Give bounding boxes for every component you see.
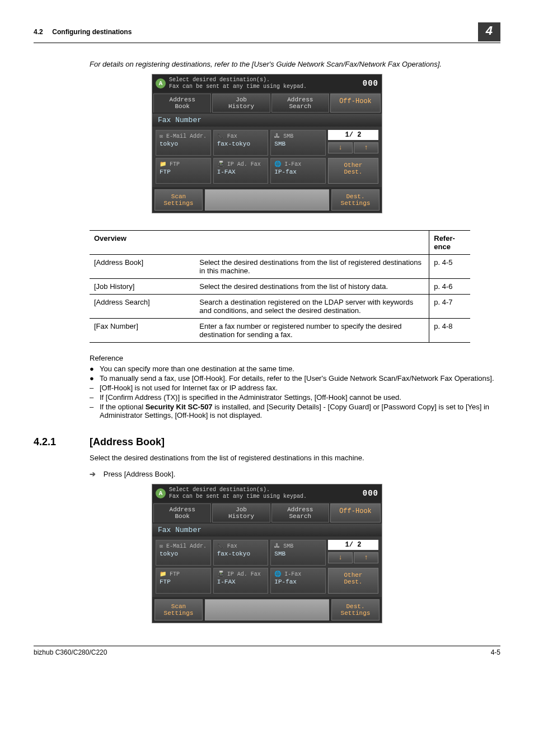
row-ref: p. 4-5	[429, 255, 470, 279]
memory-counter: 000	[363, 79, 378, 88]
page-down-button[interactable]: ↓	[328, 142, 353, 153]
row-desc: Search a destination registered on the L…	[195, 295, 429, 319]
dest-email[interactable]: ✉ E-Mail Addr.tokyo	[156, 540, 211, 566]
header-section-title: Configuring destinations	[52, 28, 132, 36]
step-row: ➔ Press [Address Book].	[90, 470, 500, 478]
list-item: To manually send a fax, use [Off-Hook]. …	[100, 374, 500, 382]
dest-smb[interactable]: 🖧 SMBSMB	[270, 540, 326, 566]
row-desc: Select the desired destinations from the…	[195, 279, 429, 295]
pager-display: 1/ 2	[328, 130, 378, 140]
dest-settings-button[interactable]: Dest. Settings	[331, 189, 380, 211]
list-item: If [Confirm Address (TX)] is specified i…	[100, 393, 500, 402]
chapter-number-badge: 4	[478, 22, 500, 41]
dest-ftp[interactable]: 📁 FTP FTP	[156, 158, 211, 184]
ss-header-line1: Select desired destination(s).	[169, 77, 307, 83]
list-item: [Off-Hook] is not used for Internet fax …	[100, 384, 500, 392]
page-up-button[interactable]: ↑	[354, 552, 378, 563]
subsection-body: Select the desired destinations from the…	[90, 454, 500, 462]
subsection-number: 4.2.1	[34, 436, 90, 448]
arrow-icon: ➔	[90, 470, 97, 478]
memory-counter: 000	[363, 489, 378, 498]
table-row: [Address Search]Search a destination reg…	[90, 295, 470, 319]
row-item: [Address Search]	[90, 295, 195, 319]
table-row: [Job History]Select the desired destinat…	[90, 279, 470, 295]
list-item: If the optional Security Kit SC-507 is i…	[100, 403, 500, 419]
fax-number-tab[interactable]: Fax Number	[152, 524, 382, 536]
header-section-number: 4.2	[34, 28, 43, 36]
tab-address-search[interactable]: Address Search	[271, 503, 329, 522]
fax-number-tab[interactable]: Fax Number	[152, 114, 382, 127]
step-text: Press [Address Book].	[104, 470, 176, 478]
th-overview: Overview	[90, 231, 429, 255]
row-ref: p. 4-7	[429, 295, 470, 319]
scan-settings-button[interactable]: Scan Settings	[154, 599, 203, 620]
page-down-button[interactable]: ↓	[328, 552, 353, 563]
dest-ifax[interactable]: 🌐 I-FaxIP-fax	[270, 568, 326, 594]
tab-job-history[interactable]: Job History	[212, 503, 270, 522]
subsection-title: [Address Book]	[90, 436, 165, 448]
device-screenshot-1: A Select desired destination(s). Fax can…	[152, 74, 382, 213]
device-screenshot-2: A Select desired destination(s). Fax can…	[152, 484, 382, 623]
row-item: [Job History]	[90, 279, 195, 295]
row-item: [Fax Number]	[90, 319, 195, 343]
dest-ifax[interactable]: 🌐 I-Fax IP-fax	[270, 158, 326, 184]
dest-email[interactable]: ✉ E-Mail Addr. tokyo	[156, 130, 211, 156]
dest-fax[interactable]: 📞 Faxfax-tokyo	[213, 540, 269, 566]
list-item: You can specify more than one destinatio…	[100, 365, 500, 373]
footer-model: bizhub C360/C280/C220	[34, 648, 107, 656]
off-hook-button[interactable]: Off-Hook	[330, 503, 381, 522]
row-item: [Address Book]	[90, 255, 195, 279]
header-section-label: 4.2 Configuring destinations	[34, 28, 132, 36]
overview-table: Overview Refer- ence [Address Book]Selec…	[90, 230, 470, 343]
status-icon: A	[156, 78, 166, 88]
dest-ip-address-fax[interactable]: 📠 IP Ad. FaxI-FAX	[213, 568, 269, 594]
tab-job-history[interactable]: Job History	[212, 94, 270, 113]
dest-ftp[interactable]: 📁 FTPFTP	[156, 568, 211, 594]
row-ref: p. 4-8	[429, 319, 470, 343]
status-icon: A	[156, 488, 166, 498]
footer-page: 4-5	[491, 648, 500, 656]
off-hook-button[interactable]: Off-Hook	[330, 94, 381, 113]
scan-settings-button[interactable]: Scan Settings	[154, 189, 203, 211]
row-desc: Select the desired destinations from the…	[195, 255, 429, 279]
row-desc: Enter a fax number or registered number …	[195, 319, 429, 343]
page-up-button[interactable]: ↑	[354, 142, 378, 153]
row-ref: p. 4-6	[429, 279, 470, 295]
dest-ip-address-fax[interactable]: 📠 IP Ad. Fax I-FAX	[213, 158, 269, 184]
tab-address-search[interactable]: Address Search	[271, 94, 329, 113]
dest-settings-button[interactable]: Dest. Settings	[331, 599, 380, 620]
page-footer: bizhub C360/C280/C220 4-5	[34, 646, 500, 656]
ss-header-line2: Fax can be sent at any time using keypad…	[169, 83, 307, 90]
bottom-spacer	[205, 189, 329, 211]
tab-address-book[interactable]: Address Book	[153, 94, 211, 113]
table-row: [Fax Number]Enter a fax number or regist…	[90, 319, 470, 343]
page-header: 4.2 Configuring destinations 4	[34, 22, 500, 43]
other-dest-button[interactable]: Other Dest.	[328, 158, 378, 184]
reference-label: Reference	[90, 354, 500, 362]
intro-note: For details on registering destinations,…	[90, 60, 500, 68]
reference-list: You can specify more than one destinatio…	[90, 365, 500, 419]
table-row: [Address Book]Select the desired destina…	[90, 255, 470, 279]
dest-smb[interactable]: 🖧 SMB SMB	[270, 130, 326, 156]
subsection-heading: 4.2.1 [Address Book]	[34, 436, 500, 448]
tab-address-book[interactable]: Address Book	[153, 503, 211, 522]
other-dest-button[interactable]: Other Dest.	[328, 568, 378, 594]
th-reference: Refer- ence	[429, 231, 470, 255]
pager-display: 1/ 2	[328, 540, 378, 550]
dest-fax[interactable]: 📞 Fax fax-tokyo	[213, 130, 269, 156]
